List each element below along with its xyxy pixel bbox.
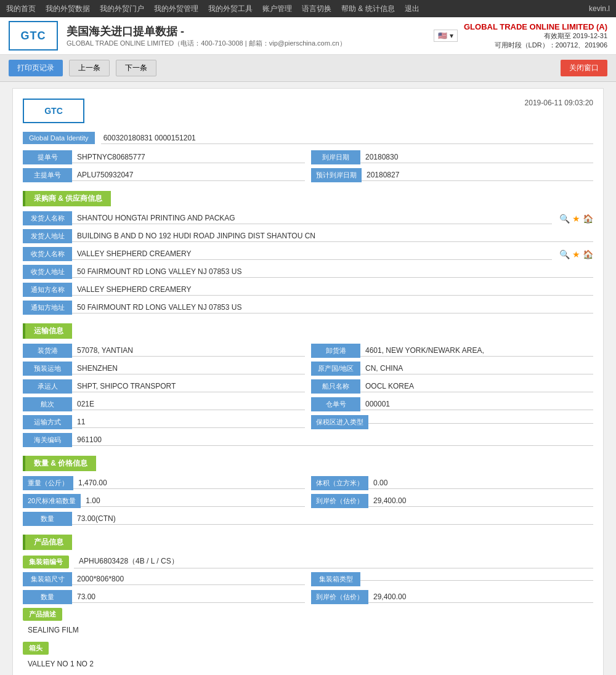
fa-huo-di-zhi-label: 发货人地址: [23, 229, 72, 243]
chan-pin-value: SEALING FILM: [23, 623, 593, 637]
tong-zhi-fang-value: VALLEY SHEPHERD CREAMERY: [72, 284, 593, 296]
transport-section-title: 运输信息: [23, 323, 72, 339]
header-account-info: GLOBAL TRADE ONLINE LIMITED (A) 有效期至 201…: [464, 22, 607, 50]
lei-xing-value: [360, 578, 593, 581]
shou-huo-icons: 🔍 ★ 🏠: [556, 249, 593, 259]
fa-huo-ren-row: 发货人名称 SHANTOU HONGTAI PRINTING AND PACKA…: [23, 211, 593, 225]
nav-data[interactable]: 我的外贸数据: [46, 4, 90, 14]
cheng-yun-label: 承运人: [23, 379, 72, 394]
quantity-section-header: 数量 & 价格信息: [23, 456, 593, 471]
nav-exit[interactable]: 退出: [405, 4, 419, 14]
gang-row: 装货港 57078, YANTIAN 卸货港 4601, NEW YORK/NE…: [23, 344, 593, 358]
zhen-tou-header-row: 箱头: [23, 642, 593, 655]
cang-dan-value: 000001: [360, 398, 593, 410]
company-logo: GTC: [9, 21, 58, 51]
dao-an2-value: 29,400.00: [368, 591, 593, 603]
nav-help[interactable]: 帮助 & 统计信息: [341, 4, 395, 14]
yuan-chan-col: 原产国/地区 CN, CHINA: [311, 362, 593, 376]
lei-xing-label: 集装箱类型: [311, 572, 360, 586]
fa-huo-ren-value: SHANTOU HONGTAI PRINTING AND PACKAG: [72, 212, 552, 224]
fa-huo-ren-label: 发货人名称: [23, 211, 72, 225]
nav-home[interactable]: 我的首页: [6, 4, 36, 14]
shou-star-icon[interactable]: ★: [572, 249, 580, 259]
shou-huo-ren-row: 收货人名称 VALLEY SHEPHERD CREAMERY 🔍 ★ 🏠: [23, 247, 593, 261]
shu-liang2-label: 数量: [23, 590, 72, 604]
shou-huo-di-zhi-row: 收货人地址 50 FAIRMOUNT RD LONG VALLEY NJ 078…: [23, 265, 593, 279]
product-section-title: 产品信息: [23, 535, 72, 550]
shou-search-icon[interactable]: 🔍: [559, 249, 570, 259]
nav-lang[interactable]: 语言切换: [302, 4, 331, 14]
chi-cun-row: 集装箱尺寸 2000*806*800 集装箱类型: [23, 572, 593, 586]
dao-an2-label: 到岸价（估价）: [311, 590, 368, 604]
lei-xing-col: 集装箱类型: [311, 572, 593, 586]
ti-ji-value: 0.00: [368, 477, 593, 489]
gdi-label: Global Data Identity: [23, 132, 95, 144]
shu-liang2-col: 数量 73.00: [23, 590, 305, 604]
ji-zhuang-xiang-row: 集装箱编号 APHU6803428（4B / L / CS）: [23, 555, 593, 568]
ji-zhuang-value: APHU6803428（4B / L / CS）: [74, 555, 593, 568]
twenty-value: 1.00: [81, 495, 305, 507]
yu-zhuang-col: 预装运地 SHENZHEN: [23, 362, 305, 376]
next-button[interactable]: 下一条: [116, 60, 156, 76]
supplier-section-header: 采购商 & 供应商信息: [23, 191, 593, 206]
hang-ci-value: 021E: [72, 398, 305, 410]
yu-ji-value: 20180827: [362, 169, 593, 181]
dao-an-label: 到岸价（估价）: [311, 494, 368, 508]
cang-dan-label: 仓单号: [311, 397, 360, 411]
nav-manage[interactable]: 我的外贸管理: [154, 4, 198, 14]
zhuang-huo-label: 装货港: [23, 344, 72, 358]
nav-account[interactable]: 账户管理: [262, 4, 292, 14]
shou-huo-di-zhi-value: 50 FAIRMOUNT RD LONG VALLEY NJ 07853 US: [72, 266, 593, 278]
content-logo: GTC: [23, 99, 84, 123]
chuan-ming-col: 船只名称 OOCL KOREA: [311, 379, 593, 394]
chuan-ming-value: OOCL KOREA: [360, 381, 593, 392]
ti-dan-value: SHPTNYC80685777: [72, 152, 305, 163]
close-button[interactable]: 关闭窗口: [561, 60, 607, 76]
dao-an2-col: 到岸价（估价） 29,400.00: [311, 590, 593, 604]
bao-shui-label: 保税区进入类型: [311, 415, 368, 429]
chi-cun-col: 集装箱尺寸 2000*806*800: [23, 572, 305, 586]
fa-huo-di-zhi-row: 发货人地址 BUILDING B AND D NO 192 HUDI ROAD …: [23, 229, 593, 243]
hai-guan-value: 961100: [72, 434, 593, 446]
fa-huo-di-zhi-value: BUILDING B AND D NO 192 HUDI ROAD JINPIN…: [72, 230, 593, 242]
quantity-section-title: 数量 & 价格信息: [23, 456, 96, 471]
tong-zhi-fang-label: 通知方名称: [23, 283, 72, 297]
dao-an-value: 29,400.00: [368, 495, 593, 507]
print-button[interactable]: 打印页记录: [9, 60, 63, 76]
account-company: GLOBAL TRADE ONLINE LIMITED (A): [464, 22, 607, 31]
xie-huo-col: 卸货港 4601, NEW YORK/NEWARK AREA,: [311, 344, 593, 358]
content-header: GTC 2019-06-11 09:03:20: [23, 99, 593, 123]
main-content: GTC 2019-06-11 09:03:20 Global Data Iden…: [12, 88, 604, 675]
top-nav-user: kevin.l: [589, 4, 610, 13]
yu-ji-col: 预计到岸日期 20180827: [311, 168, 593, 182]
shu-liang2-value: 73.00: [72, 591, 305, 603]
hang-ci-col: 航次 021E: [23, 397, 305, 411]
chuan-row: 承运人 SHPT, SHIPCO TRANSPORT 船只名称 OOCL KOR…: [23, 379, 593, 394]
search-icon[interactable]: 🔍: [559, 214, 570, 224]
language-flag[interactable]: 🇺🇸 ▾: [434, 30, 458, 42]
header-title-area: 美国海关进口提单数据 - GLOBAL TRADE ONLINE LIMITED…: [67, 24, 346, 48]
top-nav-menu: 我的首页 我的外贸数据 我的外贸门户 我的外贸管理 我的外贸工具 账户管理 语言…: [6, 4, 419, 14]
gdi-row: Global Data Identity 600320180831 000015…: [23, 132, 593, 144]
shou-home-icon[interactable]: 🏠: [583, 249, 593, 259]
zhu-ti-dan-row: 主提单号 APLU750932047 预计到岸日期 20180827: [23, 168, 593, 182]
ji-zhuang-label: 集装箱编号: [23, 556, 69, 568]
page-header: GTC 美国海关进口提单数据 - GLOBAL TRADE ONLINE LIM…: [0, 17, 616, 55]
prev-button[interactable]: 上一条: [69, 60, 110, 76]
cheng-yun-col: 承运人 SHPT, SHIPCO TRANSPORT: [23, 379, 305, 394]
shu-liang2-row: 数量 73.00 到岸价（估价） 29,400.00: [23, 590, 593, 604]
hai-guan-row: 海关编码 961100: [23, 433, 593, 447]
zhuang-huo-col: 装货港 57078, YANTIAN: [23, 344, 305, 358]
zhu-ti-dan-col: 主提单号 APLU750932047: [23, 168, 305, 182]
transport-section-header: 运输信息: [23, 323, 593, 339]
dao-an-col: 到岸价（估价） 29,400.00: [311, 494, 593, 508]
nav-portal[interactable]: 我的外贸门户: [100, 4, 144, 14]
star-icon[interactable]: ★: [572, 214, 580, 224]
shou-huo-ren-value: VALLEY SHEPHERD CREAMERY: [72, 248, 552, 260]
shu-liang-label: 数量: [23, 512, 72, 526]
tong-zhi-fang-row: 通知方名称 VALLEY SHEPHERD CREAMERY: [23, 283, 593, 297]
hai-guan-label: 海关编码: [23, 433, 72, 447]
home-icon[interactable]: 🏠: [583, 214, 593, 224]
nav-tools[interactable]: 我的外贸工具: [208, 4, 253, 14]
account-ldr: 可用时段（LDR）：200712、201906: [464, 41, 607, 50]
